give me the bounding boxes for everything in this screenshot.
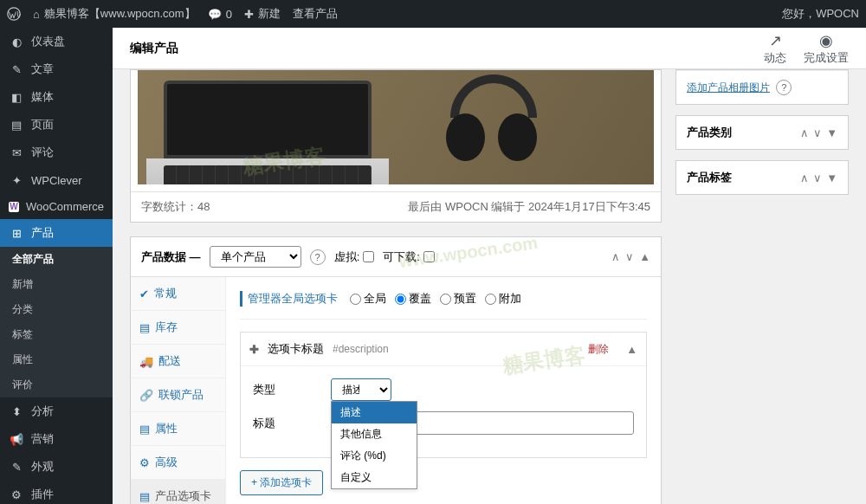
menu-marketing[interactable]: 📢营销 [0, 425, 113, 453]
tab-inventory[interactable]: ▤库存 [131, 311, 225, 345]
radio-global[interactable]: 全局 [350, 291, 386, 307]
menu-posts[interactable]: ✎文章 [0, 55, 113, 83]
wp-logo[interactable] [7, 7, 21, 21]
menu-comments[interactable]: ✉评论 [0, 139, 113, 166]
radio-preset[interactable]: 预置 [440, 291, 476, 307]
expand-icon[interactable]: ✚ [249, 343, 259, 356]
posts-icon: ✎ [9, 61, 24, 77]
move-down-icon[interactable]: ∨ [625, 250, 634, 263]
admin-bar: ⌂ 糖果博客【www.wpocn.com】 💬 0 ✚ 新建 查看产品 您好，W… [0, 0, 866, 28]
inventory-icon: ▤ [139, 321, 150, 334]
user-greeting[interactable]: 您好，WPOCN [782, 6, 859, 22]
title-label: 标题 [253, 416, 331, 431]
tab-product-tabs[interactable]: ▤产品选项卡 [131, 480, 225, 504]
products-submenu: 全部产品 新增 分类 标签 属性 评价 [0, 247, 113, 397]
product-data-panel: 产品数据 — 单个产品 ? 虚拟: 可下载: ∧∨▲ ✔常规 ▤库存 🚚配送 🔗… [130, 236, 662, 504]
wpclever-icon: ✦ [9, 172, 24, 188]
manager-global-tabs-link[interactable]: 管理器全局选项卡 [240, 291, 338, 307]
tab-attributes[interactable]: ▤属性 [131, 412, 225, 446]
product-tabs-icon: ▤ [139, 490, 150, 503]
menu-analytics[interactable]: ⬍分析 [0, 397, 113, 425]
tags-panel: 产品标签∧∨▼ [675, 160, 849, 195]
activity-button[interactable]: ↗动态 [764, 31, 786, 66]
downloadable-checkbox[interactable]: 可下载: [383, 249, 435, 265]
move-down-icon[interactable]: ∨ [813, 126, 822, 139]
move-down-icon[interactable]: ∨ [813, 171, 822, 184]
menu-products[interactable]: ⊞产品 [0, 219, 113, 247]
submenu-tags[interactable]: 标签 [0, 322, 113, 347]
dropdown-option-description[interactable]: 描述 [332, 402, 417, 423]
advanced-icon: ⚙ [139, 456, 150, 469]
plugins-icon: ⚙ [9, 487, 24, 502]
gallery-panel: 添加产品相册图片 ? [675, 69, 849, 105]
page-header: 编辑产品 ↗动态 ◉完成设置 [113, 28, 866, 69]
delete-button[interactable]: 删除 [588, 342, 609, 357]
tab-linked[interactable]: 🔗联锁产品 [131, 378, 225, 412]
submenu-reviews[interactable]: 评价 [0, 372, 113, 397]
page-title: 编辑产品 [130, 41, 178, 56]
finish-icon: ◉ [804, 31, 849, 50]
category-title: 产品类别 [687, 125, 732, 140]
virtual-checkbox[interactable]: 虚拟: [334, 249, 375, 265]
submenu-category[interactable]: 分类 [0, 297, 113, 322]
toggle-icon[interactable]: ▲ [626, 343, 637, 356]
help-icon[interactable]: ? [310, 249, 326, 265]
shipping-icon: 🚚 [139, 355, 153, 368]
new-content[interactable]: ✚ 新建 [244, 6, 281, 22]
menu-media[interactable]: ◧媒体 [0, 83, 113, 111]
submenu-all-products[interactable]: 全部产品 [0, 247, 113, 272]
view-products[interactable]: 查看产品 [293, 6, 338, 22]
site-name[interactable]: ⌂ 糖果博客【www.wpocn.com】 [33, 6, 196, 22]
linked-icon: 🔗 [139, 389, 153, 402]
submenu-attributes[interactable]: 属性 [0, 347, 113, 372]
option-tag: #description [333, 343, 389, 355]
collapse-icon[interactable]: ▼ [826, 126, 837, 139]
menu-woocommerce[interactable]: WWooCommerce [0, 194, 113, 219]
collapse-icon[interactable]: ▲ [639, 250, 650, 263]
add-tab-button[interactable]: + 添加选项卡 [240, 470, 323, 495]
type-label: 类型 [253, 382, 331, 397]
radio-override[interactable]: 覆盖 [395, 291, 431, 307]
menu-plugins[interactable]: ⚙插件 [0, 481, 113, 504]
product-data-title: 产品数据 — [141, 249, 201, 265]
category-panel: 产品类别∧∨▼ [675, 115, 849, 150]
tab-advanced[interactable]: ⚙高级 [131, 446, 225, 480]
product-data-tabs: ✔常规 ▤库存 🚚配送 🔗联锁产品 ▤属性 ⚙高级 ▤产品选项卡 [131, 277, 226, 504]
general-icon: ✔ [139, 288, 149, 300]
last-edit: 最后由 WPOCN 编辑于 2024年1月17日下午3:45 [408, 199, 650, 215]
finish-setup-button[interactable]: ◉完成设置 [804, 31, 849, 66]
type-select[interactable]: 描述 [331, 378, 391, 401]
products-icon: ⊞ [9, 225, 24, 241]
add-gallery-link[interactable]: 添加产品相册图片 [687, 81, 770, 94]
appearance-icon: ✎ [9, 459, 24, 475]
dropdown-option-custom[interactable]: 自定义 [332, 467, 417, 488]
type-dropdown: 描述 其他信息 评论 (%d) 自定义 [331, 401, 417, 489]
menu-dashboard[interactable]: ◐仪表盘 [0, 28, 113, 55]
word-count: 字数统计：48 [141, 199, 210, 215]
editor-box: 字数统计：48 最后由 WPOCN 编辑于 2024年1月17日下午3:45 [130, 69, 662, 223]
collapse-icon[interactable]: ▼ [826, 171, 837, 184]
help-icon[interactable]: ? [776, 80, 792, 95]
product-image [131, 70, 661, 191]
comments-icon: ✉ [9, 145, 24, 160]
dropdown-option-reviews[interactable]: 评论 (%d) [332, 445, 417, 467]
attributes-icon: ▤ [139, 423, 150, 436]
comments-count[interactable]: 💬 0 [208, 8, 232, 21]
menu-appearance[interactable]: ✎外观 [0, 453, 113, 481]
move-up-icon[interactable]: ∧ [611, 250, 620, 263]
move-up-icon[interactable]: ∧ [800, 171, 809, 184]
tab-option-box: ✚ 选项卡标题 #description 删除 ▲ 类型 [240, 332, 647, 458]
dropdown-option-other[interactable]: 其他信息 [332, 423, 417, 445]
move-up-icon[interactable]: ∧ [800, 126, 809, 139]
tab-general[interactable]: ✔常规 [131, 277, 225, 311]
submenu-new[interactable]: 新增 [0, 272, 113, 297]
tab-shipping[interactable]: 🚚配送 [131, 345, 225, 378]
product-type-select[interactable]: 单个产品 [210, 246, 301, 268]
menu-pages[interactable]: ▤页面 [0, 111, 113, 139]
analytics-icon: ⬍ [9, 404, 24, 419]
marketing-icon: 📢 [9, 431, 24, 447]
woo-icon: W [9, 202, 19, 212]
menu-wpclever[interactable]: ✦WPClever [0, 166, 113, 194]
media-icon: ◧ [9, 89, 24, 105]
radio-append[interactable]: 附加 [485, 291, 521, 307]
